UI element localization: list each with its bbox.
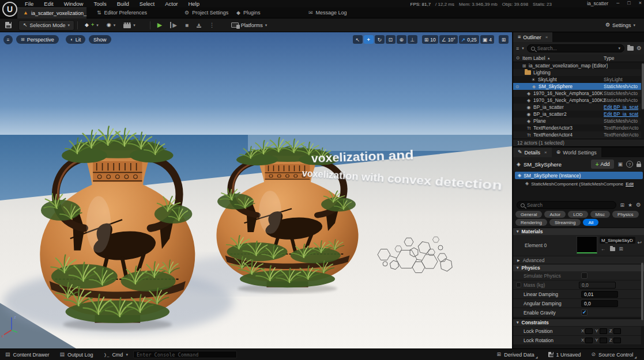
close-button[interactable]: × xyxy=(639,0,642,6)
outliner-scrollbar[interactable] xyxy=(642,63,644,109)
platforms-dropdown[interactable]: Platforms ▾ xyxy=(227,20,272,31)
maximize-button[interactable]: □ xyxy=(627,0,630,6)
view-mode-dropdown[interactable]: ◐ Lit xyxy=(66,35,85,44)
lock-position-y-checkbox[interactable] xyxy=(600,328,607,334)
lock-icon[interactable] xyxy=(637,164,641,167)
pill-physics[interactable]: Physics xyxy=(612,211,639,218)
outliner-row[interactable]: TtTextRenderActor4TextRenderActo xyxy=(513,131,641,138)
component-row[interactable]: ◈ StaticMeshComponent (StaticMeshCompone… xyxy=(515,180,643,188)
lock-position-x-checkbox[interactable] xyxy=(585,328,593,334)
display-options-icon[interactable]: ⊞ xyxy=(620,203,624,208)
outliner-settings-icon[interactable]: ⚙ xyxy=(637,46,642,51)
source-control-button[interactable]: ⊘ Source Control ◢ xyxy=(586,349,642,360)
save-button[interactable] xyxy=(5,22,12,28)
scale-snap-button[interactable]: ↗0,25 xyxy=(459,35,479,44)
scale-tool-button[interactable]: ⊡ xyxy=(386,35,396,44)
details-search[interactable] xyxy=(517,201,616,209)
menu-file[interactable]: File xyxy=(20,0,39,7)
menu-tools[interactable]: Tools xyxy=(88,0,111,7)
pill-streaming[interactable]: Streaming xyxy=(549,219,581,226)
outliner-search-input[interactable] xyxy=(537,46,616,51)
material-asset-dropdown[interactable]: M_SimpleSkyD xyxy=(600,237,635,244)
play-button[interactable]: ▶ xyxy=(153,20,166,31)
menu-edit[interactable]: Edit xyxy=(39,0,58,7)
world-local-toggle[interactable]: ⊕ xyxy=(397,35,406,44)
tab-message-log[interactable]: ✉ Message Log xyxy=(303,7,353,18)
select-tool-button[interactable]: ↖ xyxy=(353,35,363,44)
tab-level[interactable]: ▲ ia_scatter_voxelization_ xyxy=(17,7,86,18)
outliner-row-selected[interactable]: ⊙◈SM_SkySphereStaticMeshActo xyxy=(513,83,641,90)
add-actor-dropdown[interactable]: ◆ + ▾ xyxy=(81,20,103,31)
outliner-row[interactable]: ◈1970_16_Neck_Amphora_100KStaticMeshActo xyxy=(513,90,641,97)
outliner-row-folder[interactable]: Lighting xyxy=(513,69,641,76)
eye-icon[interactable]: ⊙ xyxy=(513,84,521,89)
menu-select[interactable]: Select xyxy=(134,0,160,7)
linear-damping-input[interactable] xyxy=(581,291,618,298)
column-type[interactable]: Type xyxy=(604,55,614,61)
outliner-row[interactable]: ◉BP_ia_scatter2Edit BP_ia_scat xyxy=(513,111,641,118)
lock-rotation-z-checkbox[interactable] xyxy=(613,338,621,343)
details-settings-icon[interactable]: ⚙ xyxy=(636,202,641,208)
pill-general[interactable]: General xyxy=(515,211,542,218)
pill-lod[interactable]: LOD xyxy=(568,211,587,218)
play-options-button[interactable]: ⋮ xyxy=(205,20,219,31)
section-physics[interactable]: ▾ Physics xyxy=(513,264,644,271)
column-item-label[interactable]: Item Label xyxy=(522,55,545,61)
outliner-row[interactable]: ☀SkyLightSkyLight xyxy=(513,76,641,83)
camera-speed-button[interactable]: ▣4 xyxy=(480,35,494,44)
tab-details[interactable]: ✎ Details × xyxy=(513,147,552,157)
mass-override-checkbox[interactable] xyxy=(516,282,521,287)
close-icon[interactable]: × xyxy=(545,35,548,40)
tab-project-settings[interactable]: ⚙ Project Settings xyxy=(179,7,234,18)
menu-help[interactable]: Help xyxy=(183,0,205,7)
perspective-dropdown[interactable]: ⊞ Perspective xyxy=(16,35,59,44)
console-command-input[interactable] xyxy=(133,351,237,358)
favorites-icon[interactable]: ★ xyxy=(628,203,632,208)
outliner-search[interactable]: ▾ xyxy=(527,44,624,52)
angular-damping-input[interactable] xyxy=(581,300,618,307)
cmd-dropdown[interactable]: ❭_ Cmd ▾ xyxy=(99,349,133,360)
simulate-physics-checkbox[interactable] xyxy=(581,272,587,279)
stop-button[interactable]: ■ xyxy=(181,20,193,31)
tab-outliner[interactable]: ≡ Outliner × xyxy=(513,32,552,42)
add-component-button[interactable]: + Add xyxy=(591,160,615,169)
details-search-input[interactable] xyxy=(527,202,612,208)
component-row-selected[interactable]: ◈ SM_SkySphere (Instance) xyxy=(515,172,643,179)
surface-snap-button[interactable]: ⊥ xyxy=(408,35,417,44)
use-selected-asset-icon[interactable]: ← xyxy=(601,246,606,252)
mass-input[interactable] xyxy=(579,282,616,289)
menu-build[interactable]: Build xyxy=(112,0,134,7)
outliner-row[interactable]: ◈PlaneStaticMeshActo xyxy=(513,118,641,124)
filter-icon[interactable]: ≡ xyxy=(516,46,519,51)
reset-to-default-icon[interactable]: ↩ xyxy=(637,240,642,245)
minimize-button[interactable]: – xyxy=(616,0,619,6)
pill-misc[interactable]: Misc xyxy=(590,211,610,218)
maximize-viewport-button[interactable]: ⊞ xyxy=(499,35,509,44)
pick-asset-icon[interactable]: ⊞ xyxy=(619,246,623,252)
outliner-row[interactable]: ◉BP_ia_scatterEdit BP_ia_scat xyxy=(513,104,641,111)
selection-mode-dropdown[interactable]: ↖ Selection Mode ▾ xyxy=(18,20,74,31)
move-tool-button[interactable]: + xyxy=(364,35,374,44)
frame-skip-button[interactable]: ▶ xyxy=(166,20,181,31)
outliner-row[interactable]: TtTextRenderActor3TextRenderActo xyxy=(513,124,641,131)
blueprint-convert-icon[interactable]: ▣ xyxy=(617,162,623,167)
edit-blueprint-link[interactable]: Edit BP_ia_scat xyxy=(604,111,641,117)
lock-rotation-y-checkbox[interactable] xyxy=(600,338,607,343)
create-folder-icon[interactable] xyxy=(627,46,634,51)
edit-blueprint-link[interactable]: Edit BP_ia_scat xyxy=(604,104,641,110)
tab-world-settings[interactable]: ⊕ World Settings xyxy=(552,147,601,157)
eject-button[interactable]: ▲ xyxy=(193,20,205,31)
outliner-row-level[interactable]: ⊞ia_scatter_voxelization_map (Editor) xyxy=(513,62,641,69)
settings-dropdown[interactable]: ⚙ Settings ▾ xyxy=(601,20,639,31)
derived-data-button[interactable]: ⊞ Derived Data ◢ xyxy=(492,349,543,360)
details-scrollbar[interactable] xyxy=(641,263,643,320)
show-dropdown[interactable]: Show xyxy=(89,35,111,44)
tab-plugins[interactable]: ◆ Plugins xyxy=(231,7,266,18)
chevron-down-icon[interactable]: ▾ xyxy=(522,46,524,51)
output-log-button[interactable]: ▤ Output Log xyxy=(55,349,99,360)
pill-actor[interactable]: Actor xyxy=(544,211,566,218)
browse-to-asset-icon[interactable] xyxy=(610,247,615,251)
pill-rendering[interactable]: Rendering xyxy=(515,219,547,226)
menu-actor[interactable]: Actor xyxy=(160,0,183,7)
help-icon[interactable]: ? xyxy=(626,161,633,168)
